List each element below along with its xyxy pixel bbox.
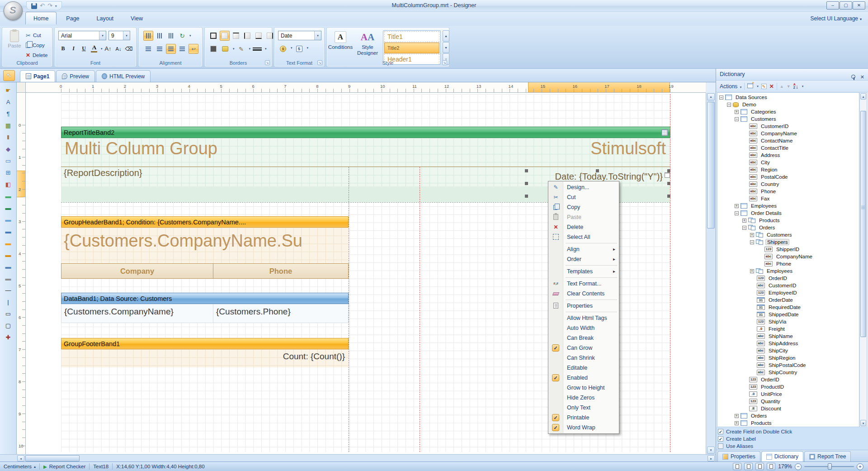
- menu-item-auto-width[interactable]: Auto Width: [548, 323, 619, 333]
- panel-tab-properties[interactable]: Properties: [717, 451, 760, 461]
- view-whole-page-button[interactable]: [755, 463, 764, 470]
- actions-button[interactable]: Actions ▾: [720, 83, 741, 90]
- chart-tool[interactable]: ◧: [2, 179, 15, 190]
- tree-item-customers[interactable]: +Customers: [717, 231, 859, 238]
- top-border-button[interactable]: [231, 31, 241, 41]
- expand-icon[interactable]: +: [735, 414, 739, 418]
- menu-item-text-format[interactable]: #,#Text Format...: [548, 279, 619, 289]
- tree-scrollbar[interactable]: ▴ ▾: [859, 92, 867, 427]
- tree-item-country[interactable]: abcCountry: [717, 181, 859, 188]
- tree-item-unitprice[interactable]: .0UnitPrice: [717, 390, 859, 398]
- group-header-band-content[interactable]: {Customers.CompanyName.Su: [61, 228, 349, 263]
- tree-item-region[interactable]: abcRegion: [717, 166, 859, 173]
- data-band-tool[interactable]: ▬: [2, 261, 15, 272]
- border-color-button[interactable]: ✎: [236, 44, 246, 54]
- zoom-in-button[interactable]: +: [857, 463, 863, 470]
- align-bottom-button[interactable]: [166, 31, 176, 41]
- text-format-dialog-launcher[interactable]: ↘: [317, 60, 322, 65]
- align-center-button[interactable]: [155, 44, 165, 54]
- tree-item-employeeid[interactable]: 123EmployeeID: [717, 289, 859, 296]
- tree-item-postalcode[interactable]: abcPostalCode: [717, 173, 859, 181]
- tree-item-shipvia[interactable]: 123ShipVia: [717, 318, 859, 325]
- rounded-rectangle-tool[interactable]: ▢: [2, 320, 15, 331]
- expand-icon[interactable]: +: [735, 204, 739, 208]
- report-title-text[interactable]: Multi Column Group: [65, 139, 217, 158]
- report-title-band-tool[interactable]: ▬: [2, 190, 15, 201]
- rich-text-tool[interactable]: ¶: [2, 108, 15, 119]
- collapse-icon[interactable]: −: [750, 240, 754, 244]
- group-footer-band-content[interactable]: Count: {Count()}: [61, 349, 349, 367]
- page-header-band-tool[interactable]: ▬: [2, 214, 15, 225]
- tree-item-shipcity[interactable]: abcShipCity: [717, 347, 859, 354]
- scroll-down-icon[interactable]: ▾: [860, 420, 866, 426]
- menu-item-cut[interactable]: ✂Cut: [548, 192, 619, 202]
- scrollbar-thumb[interactable]: [860, 111, 866, 337]
- tree-item-orderdate[interactable]: 31OrderDate: [717, 296, 859, 304]
- tree-item-products[interactable]: +Products: [717, 419, 859, 427]
- align-justify-button[interactable]: [177, 44, 187, 54]
- fill-color-button[interactable]: [220, 44, 230, 54]
- tab-page1[interactable]: Page1: [20, 70, 55, 82]
- page-footer-band-tool[interactable]: ▬: [2, 226, 15, 237]
- tree-item-customers[interactable]: −Customers: [717, 115, 859, 123]
- group-footer-band-tool[interactable]: ▬: [2, 249, 15, 260]
- scrollbar-thumb[interactable]: [707, 102, 715, 228]
- text-rotation-button[interactable]: ↻: [177, 31, 187, 41]
- menu-item-properties[interactable]: Properties: [548, 301, 619, 311]
- selection-handle[interactable]: [596, 169, 599, 172]
- text-tool[interactable]: A: [2, 96, 15, 107]
- font-family-select[interactable]: Arial▾: [58, 31, 106, 40]
- menu-item-order[interactable]: Order▸: [548, 254, 619, 264]
- child-band-tool[interactable]: ▬: [2, 273, 15, 284]
- style-gallery-item-title2[interactable]: Title2: [384, 43, 439, 53]
- option-use-aliases[interactable]: Use Aliases: [718, 442, 868, 450]
- currency-format-button[interactable]: 9: [280, 44, 286, 52]
- menu-item-editable[interactable]: Editable: [548, 363, 619, 373]
- tree-item-discount[interactable]: .EDiscount: [717, 405, 859, 412]
- option-create-field-on-double-click[interactable]: ✓Create Field on Double Click: [718, 428, 868, 435]
- chevron-down-icon[interactable]: ▾: [265, 47, 267, 51]
- tab-html-preview[interactable]: HTML Preview: [96, 70, 151, 82]
- tree-item-shippostalcode[interactable]: abcShipPostalCode: [717, 362, 859, 369]
- menu-item-allow-html-tags[interactable]: Allow Html Tags: [548, 313, 619, 323]
- border-shadow-button[interactable]: [208, 44, 218, 54]
- scroll-right-icon[interactable]: ▸: [708, 455, 715, 461]
- selection-handle[interactable]: [525, 169, 528, 172]
- checkbox-icon[interactable]: [718, 443, 723, 449]
- menu-item-delete[interactable]: ✕Delete: [548, 222, 619, 232]
- word-wrap-button[interactable]: ↩: [189, 44, 198, 54]
- image-tool[interactable]: ▦: [2, 120, 15, 131]
- align-right-button[interactable]: [166, 44, 176, 54]
- font-size-select[interactable]: 9▾: [108, 31, 130, 40]
- tree-item-fax[interactable]: abcFax: [717, 195, 859, 202]
- shape-tool[interactable]: ◆: [2, 143, 15, 154]
- scroll-up-icon[interactable]: ▴: [707, 93, 715, 100]
- menu-item-can-shrink[interactable]: Can Shrink: [548, 353, 619, 363]
- tree-item-phone[interactable]: abcPhone: [717, 188, 859, 195]
- column-header-phone[interactable]: Phone: [213, 263, 349, 279]
- panel-tool[interactable]: ▭: [2, 155, 15, 166]
- align-middle-button[interactable]: [155, 31, 165, 41]
- tree-item-orders[interactable]: +Orders: [717, 412, 859, 419]
- tree-item-employees[interactable]: +Employees: [717, 267, 859, 275]
- bottom-border-button[interactable]: [254, 31, 264, 41]
- save-button[interactable]: [31, 3, 37, 9]
- selection-handle[interactable]: [525, 195, 528, 198]
- menu-item-clear-contents[interactable]: Clear Contents: [548, 289, 619, 299]
- tree-item-categories[interactable]: +Categories: [717, 108, 859, 115]
- bold-button[interactable]: B: [58, 44, 68, 53]
- redo-button[interactable]: ↷: [47, 3, 52, 9]
- rectangle-tool[interactable]: ▭: [2, 308, 15, 319]
- count-expression-text[interactable]: Count: {Count()}: [283, 352, 345, 362]
- tree-item-shipregion[interactable]: abcShipRegion: [717, 354, 859, 362]
- italic-button[interactable]: I: [69, 44, 78, 53]
- tree-item-address[interactable]: abcAddress: [717, 152, 859, 159]
- move-down-button[interactable]: ▼: [787, 84, 791, 89]
- expand-icon[interactable]: +: [742, 219, 746, 223]
- collapse-icon[interactable]: −: [735, 117, 739, 121]
- chevron-down-icon[interactable]: ▾: [99, 31, 106, 40]
- components-menu-button[interactable]: ✚: [2, 332, 15, 343]
- chevron-down-icon[interactable]: ▾: [101, 47, 103, 51]
- collapse-icon[interactable]: −: [742, 226, 746, 230]
- chevron-down-icon[interactable]: ▾: [757, 85, 759, 88]
